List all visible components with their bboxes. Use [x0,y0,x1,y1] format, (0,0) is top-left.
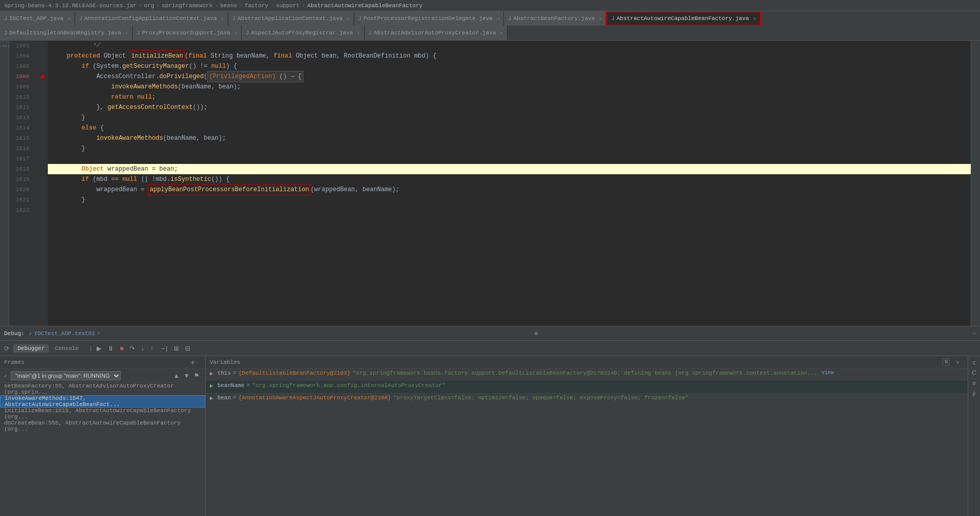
var-view-this[interactable]: View [822,370,834,376]
step-out-button[interactable]: ↑ [148,344,155,353]
gutter [38,41,48,326]
breadcrumb-item-beans[interactable]: beans [220,3,237,9]
frame-item-2[interactable]: initializeBean:1615, AbstractAutowireCap… [0,408,205,420]
frame-down-button[interactable]: ▼ [182,372,191,380]
restart-button[interactable]: ⟳ [2,344,11,353]
var-size-n[interactable]: N [942,358,950,366]
breadcrumb-item-jar[interactable]: spring-beans-4.3.12.RELEASE-sources.jar [4,3,136,9]
vars-size-control: N ∨ [938,358,964,366]
lambda-box: (PrivilegedAction) () → { [207,71,303,82]
java-file-icon-2: J [79,16,82,22]
thread-row: ✓ "main"@1 in group "main": RUNNING ▲ ▼ … [0,368,205,383]
java-file-icon-7: J [4,30,7,36]
tabs-row1: J IOCTest_AOP.java ✕ J AnnotationConfigA… [0,11,980,41]
stop-button[interactable]: ■ [118,344,125,353]
method-apply-box: applyBeanPostProcessorsBeforeInitializat… [148,184,311,195]
breadcrumb-item-class[interactable]: AbstractAutowireCapableBeanFactory [307,3,422,9]
tab-postprocessor[interactable]: J PostProcessorRegistrationDelegate.java… [354,11,504,26]
var-item-bean[interactable]: ▶ bean = {AnnotationAwareAspectJAutoProx… [206,393,968,406]
step-into-button[interactable]: ↓ [139,344,146,353]
breadcrumb-item-org[interactable]: org [144,3,154,9]
tab-abstract-bean[interactable]: J AbstractBeanFactory.java ✕ [504,11,606,26]
tab-aspect-registrar[interactable]: J AspectJAutoProxyRegistrar.java ✕ [242,26,364,40]
tab-close-aspect-registrar[interactable]: ✕ [357,30,359,36]
breadcrumb-item-support[interactable]: support [276,3,300,9]
debug-option-button[interactable]: o [970,379,978,387]
code-line-1606: AccessController.doPrivileged((Privilege… [48,71,971,82]
tab-abstract-autowire[interactable]: J AbstractAutowireCapableBeanFactory.jav… [606,11,761,26]
code-line-1605: if (System.getSecurityManager() != null)… [48,61,971,71]
left-sidebar: Project [0,41,9,326]
code-line-1610: return null; [48,92,971,102]
method-initializeBean-box: initializeBean [130,50,185,62]
breadcrumb-item-factory[interactable]: factory [245,3,268,9]
tab-close-proxy-support[interactable]: ✕ [234,30,237,36]
code-line-1614: else { [48,123,971,133]
tab-default-singleton[interactable]: J DefaultSingletonBeanRegistry.java ✕ [0,26,133,40]
variables-header: Variables N ∨ [206,356,968,368]
frames-button[interactable]: ⊞ [172,344,181,353]
frame-item-0[interactable]: setBeanFactory:55, AbstractAdvisorAutoPr… [0,383,205,395]
debug-settings-icon[interactable]: ⚙ [535,330,538,337]
tab-ioctest[interactable]: J IOCTest_AOP.java ✕ [0,11,75,26]
tab-close-abstract-bean[interactable]: ✕ [599,16,602,22]
tab-close-default-singleton[interactable]: ✕ [125,30,128,36]
code-content[interactable]: */ protected Object initializeBean(final… [48,41,971,326]
tab-abstract-app[interactable]: J AbstractApplicationContext.java ✕ [228,11,354,26]
debug-collapse-button[interactable]: C [970,368,978,377]
tab-console[interactable]: Console [51,344,83,353]
tab-close-annotation[interactable]: ✕ [221,16,224,22]
add-frame-button[interactable]: + [189,358,197,366]
var-expand-bean[interactable]: ▶ [210,395,213,401]
debug-session[interactable]: ♪ IOCTest_AOP.test01 ✕ [29,330,100,337]
tab-close-abstract-advisor[interactable]: ✕ [500,30,503,36]
debug-minimize-icon[interactable]: — [972,330,976,337]
frames-panel: Frames + ✓ "main"@1 in group "main": RUN… [0,356,206,516]
frame-filter-button[interactable]: ⚑ [192,372,201,380]
variables-panel: Variables N ∨ ▶ this = {DefaultListableB… [206,356,968,516]
pause-button[interactable]: ⏸ [105,344,116,353]
tab-abstract-advisor[interactable]: J AbstractAdvisorAutoProxyCreator.java ✕ [365,26,507,40]
resume-button[interactable]: ▶ [95,344,103,353]
tab-close-postprocessor[interactable]: ✕ [497,16,499,22]
var-expand-this[interactable]: ▶ [210,370,213,377]
java-file-icon: J [4,16,7,22]
code-line-1615: invokeAwareMethods(beanName, bean); [48,133,971,143]
java-file-icon-5: J [508,16,511,22]
frame-item-3[interactable]: doCreateBean:555, AbstractAutowireCapabl… [0,420,205,432]
watches-button[interactable]: ⊟ [183,344,192,353]
tab-close-ioctest[interactable]: ✕ [68,16,70,22]
frame-item-1[interactable]: invokeAwareMethods:1647, AbstractAutowir… [0,395,205,408]
tab-close-abstract-autowire[interactable]: ✕ [753,16,756,22]
debug-expand-button[interactable]: c [970,358,978,366]
tab-close-abstract-app[interactable]: ✕ [347,16,350,22]
code-line-1619: if (mbd == null || !mbd.isSynthetic()) { [48,174,971,185]
breadcrumb-item-springframework[interactable]: springframework [161,3,212,9]
code-line-1616: } [48,143,971,154]
java-file-icon-10: J [369,30,372,36]
java-file-icon-6: J [611,16,614,22]
step-over-button[interactable]: ↷ [128,344,137,353]
frame-navigation: ▲ ▼ ⚑ [172,372,201,380]
thread-check-icon: ✓ [4,372,8,379]
code-line-1611: }, getAccessControlContext()); [48,102,971,113]
code-line-1613: } [48,113,971,123]
java-file-icon-9: J [246,30,249,36]
tab-debugger[interactable]: Debugger [13,344,49,353]
var-item-this[interactable]: ▶ this = {DefaultListableBeanFactory@210… [206,368,968,381]
var-expand-beanName[interactable]: ▶ [210,382,213,389]
debug-label: Debug: [4,330,25,337]
var-item-beanName[interactable]: ▶ beanName = "org.springframework.aop.co… [206,381,968,393]
thread-select[interactable]: "main"@1 in group "main": RUNNING [11,371,121,380]
debug-session-close[interactable]: ✕ [97,330,100,336]
tab-annotation[interactable]: J AnnotationConfigApplicationContext.jav… [75,11,228,26]
java-file-icon-4: J [358,16,361,22]
tab-proxy-support[interactable]: J ProxyProcessorSupport.java ✕ [133,26,242,40]
debug-toolbar: ⟳ Debugger Console | ▶ ⏸ ■ ↷ ↓ ↑ →| ⊞ ⊟ [0,341,980,356]
code-line-1617 [48,154,971,164]
run-to-cursor-button[interactable]: →| [157,344,169,353]
java-file-icon-3: J [232,16,235,22]
frame-up-button[interactable]: ▲ [172,372,181,380]
debug-jump-button[interactable]: ji [970,389,978,397]
code-editor[interactable]: 1603 1604 1605 1606 1609 1610 1611 1613 … [9,41,971,326]
